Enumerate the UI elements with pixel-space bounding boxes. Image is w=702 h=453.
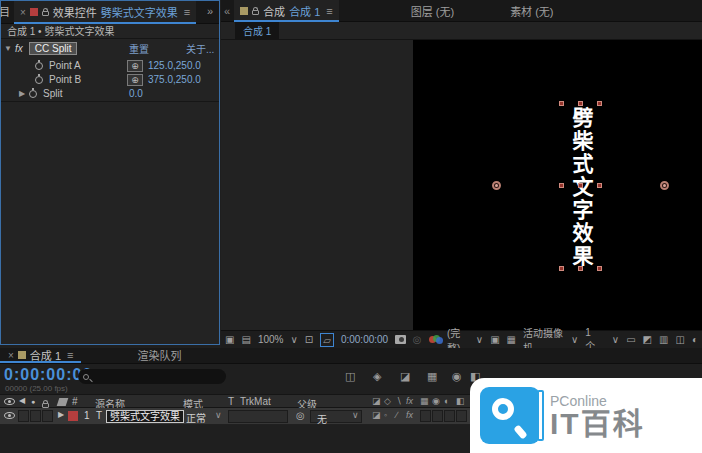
composition-viewer[interactable]: 劈柴式文字效果 bbox=[221, 40, 702, 330]
draft-3d-icon[interactable]: ◈ bbox=[373, 370, 381, 383]
parent-pickwhip-icon[interactable]: ◎ bbox=[296, 410, 305, 421]
about-link[interactable]: 关于... bbox=[186, 41, 214, 56]
close-icon[interactable]: × bbox=[8, 350, 14, 361]
adjustment-switch-icon: ◐ bbox=[444, 396, 449, 406]
reset-link[interactable]: 重置 bbox=[129, 41, 149, 56]
property-value[interactable]: 0.0 bbox=[129, 88, 143, 99]
tab-effect-controls[interactable]: × 效果控件 劈柴式文字效果 ≡ bbox=[14, 1, 196, 24]
grid-guides-icon[interactable]: ⊡ bbox=[305, 334, 313, 345]
close-icon[interactable]: × bbox=[20, 7, 26, 18]
fast-preview-icon[interactable]: ◩ bbox=[643, 334, 652, 345]
pixel-aspect-icon[interactable]: ▭ bbox=[626, 334, 635, 345]
target-region-icon[interactable]: ▣ bbox=[490, 334, 499, 345]
show-snapshot-icon[interactable]: ◎ bbox=[413, 334, 422, 345]
expand-triangle-icon[interactable]: ▶ bbox=[15, 89, 29, 98]
stopwatch-icon[interactable] bbox=[35, 62, 43, 70]
chevron-down-icon[interactable]: ∨ bbox=[612, 334, 619, 345]
lock-icon[interactable] bbox=[252, 10, 259, 15]
effect-point-a[interactable] bbox=[492, 181, 501, 190]
chevron-down-icon[interactable]: ∨ bbox=[290, 334, 297, 345]
layer-switch-cell[interactable] bbox=[444, 410, 455, 422]
selection-handle[interactable] bbox=[559, 101, 564, 106]
stopwatch-icon[interactable] bbox=[35, 76, 43, 84]
selection-handle[interactable] bbox=[578, 266, 583, 271]
layer-lock-toggle[interactable] bbox=[42, 410, 53, 422]
motion-blur-switch-icon: ◉ bbox=[432, 396, 440, 406]
chevron-down-icon[interactable]: ∨ bbox=[571, 334, 578, 345]
selection-handle[interactable] bbox=[578, 101, 583, 106]
tab-composition[interactable]: 合成 合成 1 ≡ bbox=[234, 0, 339, 22]
tab-project[interactable]: 项目 bbox=[1, 1, 14, 24]
point-picker-button[interactable]: ⊕ bbox=[127, 60, 143, 72]
layer-fx-switch[interactable]: fx bbox=[406, 410, 413, 420]
blend-mode-select[interactable]: 正常 bbox=[186, 410, 206, 425]
tab-doc-label: 劈柴式文字效果 bbox=[101, 4, 178, 20]
lock-icon[interactable] bbox=[42, 11, 49, 16]
mask-visibility-toggle[interactable]: ▱ bbox=[320, 333, 334, 347]
layer-name-field[interactable]: 劈柴式文字效果 bbox=[106, 410, 184, 423]
channels-icon[interactable] bbox=[429, 335, 440, 345]
column-trkmat[interactable]: TrkMat bbox=[240, 396, 271, 407]
preview-time[interactable]: 0:00:00:00 bbox=[341, 334, 388, 345]
chevron-down-icon[interactable]: ∨ bbox=[352, 410, 359, 420]
collapse-triangle-icon[interactable]: ▼ bbox=[1, 44, 15, 53]
property-value[interactable]: 125.0,250.0 bbox=[148, 60, 201, 71]
divider bbox=[1, 101, 219, 102]
layer-quality-switch[interactable]: ∕ bbox=[396, 410, 398, 420]
column-t[interactable]: T bbox=[228, 396, 234, 407]
effect-point-b[interactable] bbox=[660, 181, 669, 190]
selection-handle[interactable] bbox=[597, 183, 602, 188]
tab-timeline-comp[interactable]: × 合成 1 ≡ bbox=[0, 347, 81, 363]
composition-breadcrumb-strip: 合成 1 bbox=[221, 22, 702, 40]
property-value[interactable]: 375.0,250.0 bbox=[148, 74, 201, 85]
panel-menu-icon[interactable]: ≡ bbox=[326, 5, 332, 17]
anchor-point-handle[interactable] bbox=[578, 183, 583, 188]
panel-menu-icon[interactable]: ≡ bbox=[67, 349, 73, 361]
mini-flowchart-icon[interactable]: ◫ bbox=[345, 370, 355, 383]
chevron-down-icon[interactable]: ∨ bbox=[215, 410, 222, 420]
threed-switch-icon: ◧ bbox=[456, 396, 465, 406]
prev-tabs-icon[interactable]: « bbox=[221, 5, 234, 17]
zoom-level-select[interactable]: 100% bbox=[258, 334, 284, 345]
layer-switch-cell[interactable] bbox=[456, 410, 467, 422]
transparency-grid-icon[interactable]: ▦ bbox=[507, 334, 516, 345]
frame-blend-icon[interactable]: ▦ bbox=[427, 370, 437, 383]
selection-handle[interactable] bbox=[597, 266, 602, 271]
more-tabs-icon[interactable]: » bbox=[207, 5, 213, 17]
layer-label-swatch[interactable] bbox=[68, 411, 78, 421]
tab-layer[interactable]: 图层 (无) bbox=[397, 3, 468, 19]
chevron-down-icon[interactable]: ∨ bbox=[476, 334, 483, 345]
layer-dot-switch[interactable]: ◦ bbox=[384, 410, 387, 420]
property-label: Point B bbox=[49, 74, 81, 85]
layer-visibility-toggle[interactable] bbox=[4, 412, 15, 419]
always-preview-icon[interactable]: ▣ bbox=[225, 334, 234, 345]
flowchart-icon[interactable]: ◫ bbox=[675, 334, 684, 345]
trkmat-cell[interactable] bbox=[228, 410, 288, 423]
effect-name[interactable]: CC Split bbox=[29, 42, 78, 55]
selection-handle[interactable] bbox=[597, 101, 602, 106]
stopwatch-icon[interactable] bbox=[29, 90, 37, 98]
layer-switch-cell[interactable] bbox=[432, 410, 443, 422]
layer-solo-toggle[interactable] bbox=[30, 410, 41, 422]
layer-expand-arrow[interactable]: ▶ bbox=[58, 410, 64, 419]
snapshot-camera-icon[interactable] bbox=[395, 335, 406, 344]
timeline-button-icon[interactable]: ▥ bbox=[659, 334, 668, 345]
composition-breadcrumb[interactable]: 合成 1 bbox=[235, 22, 279, 39]
layer-switch-cell[interactable] bbox=[420, 410, 431, 422]
audio-column-icon: ◀ bbox=[19, 396, 25, 405]
property-row-point-b: Point B ⊕ 375.0,250.0 bbox=[1, 73, 219, 86]
selection-handle[interactable] bbox=[559, 183, 564, 188]
layer-audio-toggle[interactable] bbox=[18, 410, 29, 422]
tab-footage[interactable]: 素材 (无) bbox=[496, 3, 567, 19]
motion-blur-icon[interactable]: ◉ bbox=[452, 370, 462, 383]
search-icon bbox=[83, 374, 89, 380]
tab-render-queue[interactable]: 渲染队列 bbox=[123, 347, 195, 363]
exposure-icon[interactable]: ◐ bbox=[692, 334, 698, 345]
shy-layers-icon[interactable]: ◪ bbox=[400, 370, 410, 383]
selection-handle[interactable] bbox=[559, 266, 564, 271]
search-field[interactable] bbox=[78, 369, 226, 384]
point-picker-button[interactable]: ⊕ bbox=[127, 74, 143, 86]
layer-shy-switch[interactable]: ◪ bbox=[372, 410, 381, 420]
panel-menu-icon[interactable]: ≡ bbox=[184, 6, 190, 18]
main-viewer-icon[interactable]: ▤ bbox=[241, 334, 250, 345]
